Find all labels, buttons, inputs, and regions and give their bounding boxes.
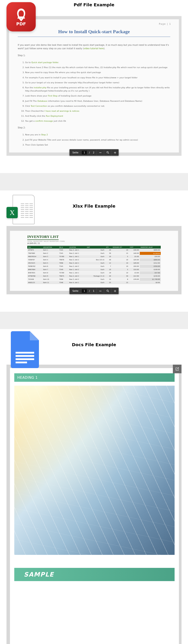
table-row: XR23423Item 5T098Row 3, slot 1Each1210$2…	[27, 262, 161, 265]
table-cell: Each	[86, 271, 105, 274]
list-item: Now you are in Step 2	[25, 133, 170, 136]
docs-viewer[interactable]: HEADING 1 SAMPLE Seite 1 / 3 − +	[6, 364, 182, 644]
zoom-reset-button[interactable]	[104, 149, 111, 156]
table-cell: $1,740.00	[140, 278, 161, 281]
table-cell	[129, 281, 140, 284]
page-indicator: Page | 1	[159, 23, 171, 25]
table-header: DESCRIPTION	[42, 246, 59, 248]
inventory-title: INVENTORY LIST	[27, 235, 59, 240]
table-cell: Package (5 ct)	[86, 274, 105, 278]
video-tutorial-link[interactable]: video tutorial here	[84, 47, 104, 50]
list-item: You get a confirm message just click Ok	[25, 119, 170, 122]
table-cell: 5	[112, 268, 129, 271]
table-cell: 10	[112, 258, 129, 262]
inline-link[interactable]: Quick start package folder	[31, 61, 58, 64]
pager-current[interactable]: 1	[82, 151, 87, 154]
building-photo	[14, 386, 175, 555]
table-cell: $20.00	[129, 258, 140, 262]
table-cell: 10	[105, 268, 112, 271]
table-cell: 10	[105, 255, 112, 258]
zoom-in-button[interactable]: +	[111, 149, 118, 156]
table-cell: $78.00	[129, 278, 140, 281]
list-item: Run the installer.php file so your insta…	[25, 86, 170, 92]
list-item: Just Fill The Database information (you …	[25, 99, 170, 102]
table-cell: Item 11	[42, 281, 59, 284]
pdf-viewer[interactable]: Page | 1 How to Install Quick-start Pack…	[6, 16, 182, 156]
open-external-button[interactable]	[173, 364, 182, 373]
table-cell: $26.00	[129, 262, 140, 265]
list-item: Then Checked the I have read all warning…	[25, 109, 170, 112]
table-cell: $350.00	[140, 265, 161, 268]
inline-link[interactable]: confirm message	[35, 120, 53, 122]
zoom-reset-button[interactable]	[104, 288, 111, 294]
table-cell: 20	[105, 248, 112, 252]
list-item: Go to your target url via any browser (f…	[25, 81, 170, 84]
table-cell: Row 3, slot 1	[68, 262, 86, 265]
table-cell: PW98762	[27, 265, 42, 268]
inline-link[interactable]: installer.php	[34, 86, 46, 89]
list-item: look there have 2 files (1) the main zip…	[25, 66, 170, 69]
table-cell: Item 6	[42, 265, 59, 268]
pager-total: 2	[91, 151, 96, 154]
document-heading: How to Install Quick-start Package	[18, 24, 170, 37]
table-cell: 5	[112, 255, 129, 258]
table-cell: Row 2, slot 1	[68, 252, 86, 255]
zoom-out-button[interactable]: −	[96, 149, 104, 156]
list-item: And finally click the Run Deployment	[25, 114, 170, 118]
table-cell: 15	[112, 281, 129, 284]
table-cell: Each	[86, 265, 105, 268]
xlsx-viewer[interactable]: INVENTORY LIST TOTAL INVENTORY VALUE INV…	[6, 226, 182, 294]
list-item: Then Click Update Set	[25, 143, 170, 146]
table-cell: $0.00	[140, 281, 161, 284]
zoom-in-button[interactable]: +	[111, 288, 118, 294]
table-header: LOCATION	[68, 246, 86, 248]
inline-link[interactable]: First Step	[48, 94, 58, 97]
table-cell: WDG123	[27, 281, 42, 284]
table-cell: Box (10 ct)	[86, 258, 105, 262]
xlsx-pager: Seite 1 / 1 − +	[70, 288, 119, 294]
table-cell: Each	[86, 278, 105, 281]
table-header: UNIT	[86, 246, 105, 248]
sample-banner: SAMPLE	[14, 568, 175, 581]
table-cell: Each	[86, 248, 105, 252]
table-cell: Row 2, slot 2	[68, 274, 86, 278]
table-cell: $800.00	[140, 258, 161, 262]
pdf-icon-label: PDF	[16, 21, 26, 26]
table-cell: $312.00	[140, 262, 161, 265]
table-cell: 19	[105, 271, 112, 274]
table-row: SP7875Item 1T345Row 2, slot 1Each2010$30…	[27, 248, 161, 252]
table-cell: Row 2, slot 1	[68, 248, 86, 252]
table-cell: Item 4	[42, 258, 59, 262]
table-cell: $5.00	[129, 255, 140, 258]
inline-link[interactable]: Run Deployment	[46, 115, 63, 117]
doc-heading-1: HEADING 1	[14, 373, 175, 382]
table-cell: 10	[112, 271, 129, 274]
list-item: Just Fill your Website Title and user ac…	[25, 138, 170, 142]
table-cell: Item 8	[42, 271, 59, 274]
table-cell: $3.00	[129, 271, 140, 274]
table-cell: 40	[105, 258, 112, 262]
table-cell: MK676554	[27, 255, 42, 258]
inline-link[interactable]: Database	[37, 100, 47, 102]
table-header: COST	[129, 246, 140, 248]
svg-point-0	[107, 152, 108, 153]
table-row: MK676554Item 3T5789Row 1, slot 1Each105$…	[27, 255, 161, 258]
inline-link[interactable]: Step 2	[41, 134, 48, 136]
xlsx-file-icon: X	[6, 195, 37, 227]
inline-link[interactable]: I have read all warnings & notices	[44, 110, 79, 112]
list-item: Click Test Connection so you confirm dat…	[25, 104, 170, 108]
inline-link[interactable]: Test Connection	[31, 105, 47, 107]
table-row: BH67655Item 8T5789Row 1, slot 1Each1910$…	[27, 271, 161, 274]
table-cell: $600.00	[140, 248, 161, 252]
table-cell: Item 10	[42, 278, 59, 281]
table-header: SKU	[27, 246, 42, 248]
table-cell: 15	[112, 252, 129, 255]
table-cell: $1,200.00	[140, 252, 161, 255]
table-cell: BM87684	[27, 268, 42, 271]
zoom-out-button[interactable]: −	[96, 288, 104, 294]
list-item: Now you need to copy those file where yo…	[25, 71, 170, 74]
table-cell: Row 4, slot 1	[68, 281, 86, 284]
pager-current[interactable]: 1	[82, 289, 87, 293]
pdf-app-icon: PDF	[6, 2, 36, 32]
inventory-table: SKUDESCRIPTIONBIN #LOCATIONUNITQTYREORDE…	[27, 246, 161, 284]
